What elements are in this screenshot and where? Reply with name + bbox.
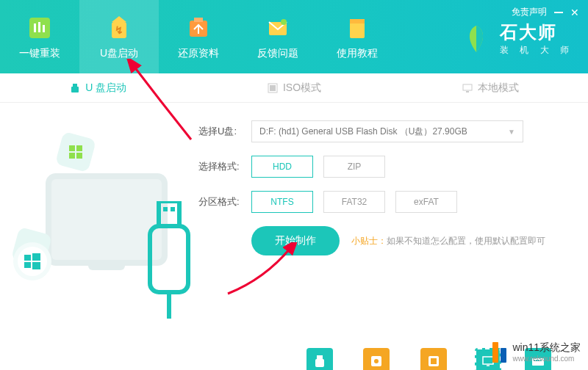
nav: 一键重装 ↯ U盘启动 还原资料 反馈问题 使用教程 bbox=[0, 0, 397, 73]
format-option-zip[interactable]: ZIP bbox=[323, 156, 385, 178]
nav-label: 反馈问题 bbox=[257, 47, 298, 60]
main: 选择U盘: D:F: (hd1) General USB Flash Disk … bbox=[0, 103, 588, 319]
svg-rect-17 bbox=[466, 91, 469, 92]
bottom-restore-usb[interactable]: 还原U盘 bbox=[359, 348, 392, 370]
tab-label: 本地模式 bbox=[478, 81, 519, 95]
usb-icon bbox=[69, 82, 81, 94]
local-icon bbox=[462, 82, 473, 94]
svg-rect-36 bbox=[431, 358, 437, 364]
format-options: HDD ZIP bbox=[251, 156, 385, 178]
mode-tabs: U 盘启动 ISO模式 本地模式 bbox=[0, 73, 588, 103]
svg-rect-18 bbox=[69, 145, 75, 151]
nav-usb-boot[interactable]: ↯ U盘启动 bbox=[79, 0, 159, 73]
svg-rect-15 bbox=[270, 85, 276, 91]
bars-icon bbox=[25, 13, 54, 43]
nav-label: 一键重装 bbox=[19, 47, 60, 60]
svg-rect-21 bbox=[76, 153, 82, 159]
tab-usb-boot[interactable]: U 盘启动 bbox=[0, 73, 196, 102]
brand-text: 石大师 装 机 大 师 bbox=[500, 21, 573, 57]
svg-rect-22 bbox=[159, 201, 179, 226]
nav-restore[interactable]: 还原资料 bbox=[159, 0, 238, 73]
nav-label: 使用教程 bbox=[337, 47, 378, 60]
tip-prefix: 小贴士： bbox=[351, 236, 387, 246]
brand-logo-icon bbox=[460, 23, 492, 55]
format-label: 选择格式: bbox=[198, 160, 251, 173]
svg-rect-12 bbox=[73, 84, 77, 87]
tip-text: 如果不知道怎么配置，使用默认配置即可 bbox=[387, 236, 545, 246]
nav-feedback[interactable]: 反馈问题 bbox=[238, 0, 318, 73]
feedback-icon bbox=[263, 13, 293, 43]
watermark-logo-icon bbox=[492, 342, 506, 363]
format-option-hdd[interactable]: HDD bbox=[251, 156, 313, 178]
svg-rect-11 bbox=[350, 19, 365, 23]
svg-rect-20 bbox=[69, 153, 75, 159]
watermark: win11系统之家 www.relsound.com bbox=[492, 341, 581, 363]
nav-tutorial[interactable]: 使用教程 bbox=[318, 0, 397, 73]
brand-sub: 装 机 大 师 bbox=[500, 44, 573, 57]
svg-rect-25 bbox=[150, 226, 188, 292]
minimize-button[interactable] bbox=[554, 12, 563, 13]
close-button[interactable]: ✕ bbox=[570, 7, 579, 18]
nav-label: U盘启动 bbox=[100, 47, 138, 60]
svg-rect-16 bbox=[463, 84, 472, 90]
header-controls: 免责声明 ✕ bbox=[512, 6, 579, 18]
select-usb-label: 选择U盘: bbox=[198, 125, 251, 138]
restore-usb-icon bbox=[363, 348, 390, 370]
nav-label: 还原资料 bbox=[178, 47, 219, 60]
tab-local[interactable]: 本地模式 bbox=[392, 73, 588, 102]
tab-iso[interactable]: ISO模式 bbox=[196, 73, 392, 102]
partition-label: 分区格式: bbox=[198, 195, 251, 208]
svg-rect-31 bbox=[317, 355, 323, 359]
start-button[interactable]: 开始制作 bbox=[251, 226, 340, 255]
disclaimer-link[interactable]: 免责声明 bbox=[512, 6, 547, 18]
deco-square bbox=[55, 131, 96, 173]
partition-option-exfat[interactable]: exFAT bbox=[395, 191, 457, 213]
tab-label: U 盘启动 bbox=[85, 81, 126, 95]
upgrade-icon bbox=[306, 348, 333, 370]
svg-point-9 bbox=[281, 19, 287, 25]
usb-illustration bbox=[140, 201, 198, 322]
form: 选择U盘: D:F: (hd1) General USB Flash Disk … bbox=[191, 120, 566, 319]
svg-rect-37 bbox=[483, 357, 493, 364]
usb-select[interactable]: D:F: (hd1) General USB Flash Disk （U盘）27… bbox=[251, 120, 523, 142]
nav-reinstall[interactable]: 一键重装 bbox=[0, 0, 79, 73]
windows-icon bbox=[18, 247, 47, 276]
chevron-down-icon: ▼ bbox=[508, 128, 515, 136]
svg-rect-13 bbox=[71, 87, 79, 92]
svg-rect-30 bbox=[32, 262, 40, 269]
partition-option-ntfs[interactable]: NTFS bbox=[251, 191, 313, 213]
usb-boot-icon: ↯ bbox=[104, 13, 134, 43]
bottom-upgrade-usb[interactable]: 升级U盘 bbox=[304, 348, 337, 370]
iso-icon bbox=[267, 82, 279, 94]
format-convert-icon bbox=[420, 348, 447, 370]
svg-rect-19 bbox=[76, 145, 82, 151]
tutorial-icon bbox=[343, 13, 372, 43]
tip: 小贴士：如果不知道怎么配置，使用默认配置即可 bbox=[351, 235, 545, 247]
svg-rect-7 bbox=[194, 18, 203, 22]
svg-rect-32 bbox=[315, 359, 324, 367]
header: 一键重装 ↯ U盘启动 还原资料 反馈问题 使用教程 免责声 bbox=[0, 0, 588, 73]
svg-rect-3 bbox=[43, 25, 45, 32]
brand: 石大师 装 机 大 师 bbox=[460, 21, 573, 57]
svg-rect-1 bbox=[34, 23, 36, 32]
partition-option-fat32[interactable]: FAT32 bbox=[323, 191, 385, 213]
svg-text:↯: ↯ bbox=[115, 24, 123, 36]
svg-rect-24 bbox=[171, 207, 175, 211]
svg-rect-28 bbox=[32, 253, 40, 261]
svg-rect-2 bbox=[38, 22, 40, 32]
restore-icon bbox=[184, 13, 213, 43]
tab-label: ISO模式 bbox=[283, 81, 321, 95]
bottom-format-convert[interactable]: 格式转… bbox=[416, 348, 451, 370]
svg-rect-27 bbox=[24, 255, 31, 261]
brand-name: 石大师 bbox=[500, 21, 573, 44]
watermark-title: win11系统之家 bbox=[512, 341, 581, 353]
illustration bbox=[22, 120, 191, 319]
watermark-url: www.relsound.com bbox=[512, 355, 581, 363]
svg-rect-23 bbox=[163, 207, 168, 211]
svg-point-34 bbox=[374, 359, 379, 363]
svg-rect-29 bbox=[24, 262, 31, 268]
partition-options: NTFS FAT32 exFAT bbox=[251, 191, 457, 213]
usb-select-value: D:F: (hd1) General USB Flash Disk （U盘）27… bbox=[259, 126, 467, 138]
